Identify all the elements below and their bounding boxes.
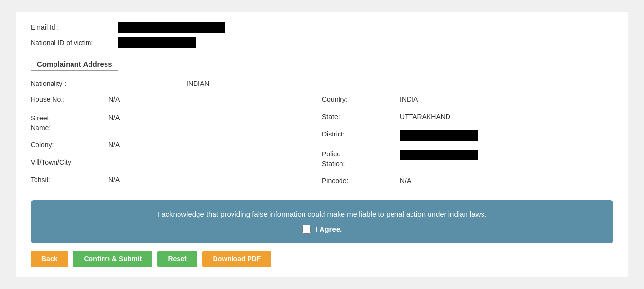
back-button[interactable]: Back [31,251,68,267]
pincode-label: Pincode: [322,177,400,185]
nationality-value: INDIAN [186,80,209,87]
agree-label: I Agree. [316,225,342,233]
nationality-label: Nationality : [31,80,108,87]
address-left: House No.: N/A StreetName: N/A Colony: N… [31,91,322,190]
house-no-row: House No.: N/A [31,91,322,109]
district-label: District: [322,130,400,138]
police-label: PoliceStation: [322,149,400,169]
country-value: INDIA [400,95,418,103]
reset-button[interactable]: Reset [157,251,197,267]
address-right: Country: INDIA State: UTTARAKHAND Distri… [322,91,613,190]
police-redacted [400,150,478,160]
tehsil-label: Tehsil: [31,176,108,184]
country-label: Country: [322,95,400,103]
tehsil-row: Tehsil: N/A [31,172,322,189]
nationality-row: Nationality : INDIAN [31,76,613,91]
pincode-row: Pincode: N/A [322,173,613,190]
agree-row: I Agree. [45,225,599,234]
country-row: Country: INDIA [322,91,613,109]
national-id-label: National ID of victim: [31,39,113,47]
pincode-value: N/A [400,177,411,185]
acknowledge-text: I acknowledge that providing false infor… [45,210,599,218]
agree-checkbox[interactable] [302,225,311,234]
house-no-label: House No.: [31,95,108,103]
national-id-row: National ID of victim: [31,37,613,48]
street-value: N/A [108,113,120,121]
tehsil-value: N/A [108,176,120,184]
street-row: StreetName: N/A [31,109,322,136]
email-label: Email Id : [31,23,113,31]
house-no-value: N/A [108,95,120,103]
email-row: Email Id : [31,22,613,33]
vill-row: Vill/Town/City: [31,154,322,172]
top-fields: Email Id : National ID of victim: [31,22,613,48]
district-redacted [400,130,478,141]
colony-label: Colony: [31,141,108,149]
vill-label: Vill/Town/City: [31,158,108,166]
colony-value: N/A [108,141,120,149]
email-redacted [118,22,225,33]
confirm-submit-button[interactable]: Confirm & Submit [73,251,152,267]
form-card: Email Id : National ID of victim: Compla… [16,12,628,277]
colony-row: Colony: N/A [31,137,322,154]
police-row: PoliceStation: [322,145,613,172]
acknowledge-box: I acknowledge that providing false infor… [31,200,613,243]
section-header: Complainant Address [31,57,118,71]
national-id-redacted [118,37,196,48]
button-row: Back Confirm & Submit Reset Download PDF [31,251,613,267]
state-value: UTTARAKHAND [400,113,450,120]
street-label: StreetName: [31,113,108,133]
state-label: State: [322,113,400,120]
download-pdf-button[interactable]: Download PDF [202,251,272,267]
address-columns: House No.: N/A StreetName: N/A Colony: N… [31,91,613,190]
district-row: District: [322,126,613,145]
state-row: State: UTTARAKHAND [322,109,613,126]
